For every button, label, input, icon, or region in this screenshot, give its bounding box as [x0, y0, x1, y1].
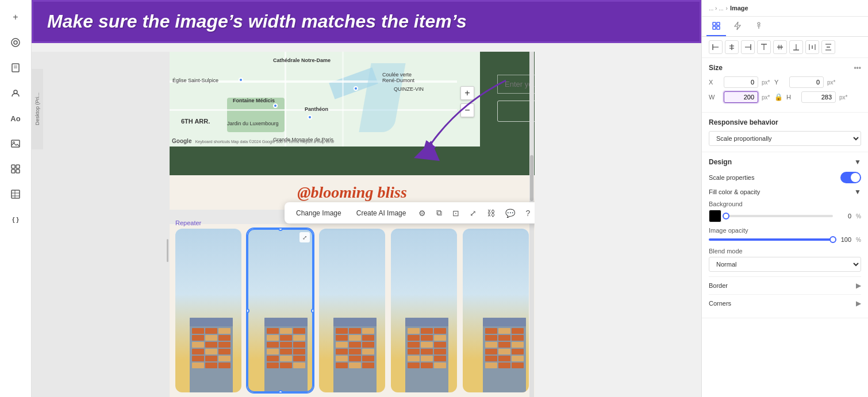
size-more-button[interactable]: •••: [854, 64, 861, 72]
svg-point-1: [14, 41, 17, 44]
image-opacity-slider[interactable]: [709, 238, 833, 241]
border-section[interactable]: Border ▶: [709, 276, 861, 294]
apps-icon[interactable]: [5, 159, 26, 179]
map-footer: Google Keyboard shortcuts Map data ©2024…: [172, 138, 335, 144]
image-opacity-thumb[interactable]: [829, 236, 836, 243]
map-label-cathedral: Cathédrale Notre-Dame: [273, 57, 331, 63]
distribute-h-button[interactable]: [805, 40, 819, 54]
canvas-scrollbar-thumb[interactable]: [530, 155, 533, 201]
item-image-2: [247, 229, 313, 392]
handle-bm[interactable]: [278, 390, 283, 392]
svg-rect-12: [11, 190, 20, 198]
y-label: Y: [774, 79, 786, 86]
font-icon[interactable]: Ao: [5, 108, 26, 129]
align-right-button[interactable]: [741, 40, 755, 54]
border-expand-icon[interactable]: ▶: [856, 282, 861, 290]
brand-name: @blooming bliss: [297, 183, 407, 202]
corners-expand-icon[interactable]: ▶: [856, 299, 861, 307]
x-unit: px*: [762, 79, 771, 86]
map-label-jardin: Jardin du Luxembourg: [227, 121, 279, 126]
image-opacity-label: Image opacity: [709, 227, 861, 234]
repeater-item-1[interactable]: [175, 229, 241, 392]
crop-icon-button[interactable]: ⊡: [450, 206, 462, 220]
design-title: Design: [709, 158, 732, 166]
svg-rect-19: [717, 22, 720, 25]
settings-icon-button[interactable]: ⚙: [416, 206, 428, 220]
tab-lightning[interactable]: [728, 17, 747, 36]
responsive-label: Responsive behavior: [709, 118, 778, 126]
map-label-fontaine: Fontaine Médicis: [233, 98, 275, 103]
resize-icon[interactable]: ⤢: [299, 232, 310, 242]
map-label-pantheon: Panthéon: [305, 106, 328, 112]
tutorial-banner: Make sure the image’s width matches the …: [32, 0, 701, 43]
corners-label: Corners: [709, 300, 731, 307]
bg-opacity-value: 0: [838, 213, 851, 219]
align-left-button[interactable]: [709, 40, 723, 54]
align-bottom-button[interactable]: [789, 40, 803, 54]
right-panel: ... › ... › Image: [701, 0, 868, 397]
map-label-coulee: Coulée verteRené-Dumont: [382, 72, 414, 83]
fullscreen-icon-button[interactable]: ⤢: [467, 206, 479, 220]
canvas-drag-handle[interactable]: [165, 103, 170, 397]
align-center-h-button[interactable]: [725, 40, 739, 54]
design-section: Design ▼ Scale properties Fill color & o…: [702, 152, 868, 318]
fill-color-expand-icon[interactable]: ▼: [854, 188, 861, 196]
responsive-section: Responsive behavior Scale proportionally…: [702, 113, 868, 152]
map-label-quinze: QUINZE-VIN: [394, 86, 424, 92]
repeater-item-4[interactable]: [391, 229, 457, 392]
size-label: Size: [709, 64, 723, 72]
x-input[interactable]: [724, 76, 758, 88]
bg-color-swatch[interactable]: [709, 210, 721, 222]
xy-row: X px* Y px*: [709, 76, 861, 88]
repeater-item-5[interactable]: [463, 229, 529, 392]
blend-mode-select[interactable]: Normal Multiply Screen Overlay: [709, 257, 861, 272]
code-icon[interactable]: { }: [5, 209, 26, 230]
create-ai-image-button[interactable]: Create AI Image: [352, 207, 411, 219]
image-opacity-row: 100 %: [709, 236, 861, 243]
table-icon[interactable]: [5, 184, 26, 205]
copy-icon-button[interactable]: ⧉: [434, 206, 444, 220]
y-input[interactable]: [789, 76, 824, 88]
item-image-3: [319, 229, 385, 392]
pages-icon[interactable]: [5, 57, 26, 78]
handle-mr[interactable]: [311, 309, 313, 313]
w-input[interactable]: [724, 91, 758, 103]
repeater-item-3[interactable]: [319, 229, 385, 392]
size-section: Size ••• X px* Y px* W px* 🔒 H px*: [702, 58, 868, 113]
image-opacity-pct: %: [856, 237, 861, 243]
align-top-button[interactable]: [757, 40, 771, 54]
help-icon-button[interactable]: ?: [523, 206, 532, 220]
align-row: [702, 37, 868, 58]
comment-icon-button[interactable]: 💬: [503, 206, 517, 220]
map-zoom-in[interactable]: +: [460, 86, 474, 100]
layers-icon[interactable]: [5, 32, 26, 53]
svg-rect-20: [713, 26, 716, 29]
repeater-label: Repeater: [175, 219, 201, 226]
scale-properties-toggle[interactable]: [840, 172, 861, 183]
change-image-button[interactable]: Change Image: [291, 207, 346, 219]
distribute-v-button[interactable]: [821, 40, 835, 54]
add-icon[interactable]: +: [5, 7, 26, 28]
responsive-select[interactable]: Scale proportionally Stretch to fill Kee…: [709, 131, 861, 146]
panel-breadcrumb: ... › ... › Image: [702, 0, 868, 17]
layout-tab-icon: [712, 22, 720, 30]
tab-accessibility[interactable]: [749, 17, 769, 36]
design-expand-icon[interactable]: ▼: [854, 158, 861, 166]
align-center-v-button[interactable]: [773, 40, 787, 54]
h-input[interactable]: [801, 91, 836, 103]
bg-opacity-thumb[interactable]: [723, 213, 729, 219]
team-icon[interactable]: [5, 83, 26, 103]
media-icon[interactable]: [5, 133, 26, 154]
repeater-item-2-selected[interactable]: Image ⤢: [247, 229, 313, 392]
bg-opacity-slider[interactable]: [726, 215, 833, 217]
handle-br[interactable]: [311, 390, 313, 392]
background-section: Background 0 %: [709, 201, 861, 222]
item-image-5: [463, 229, 529, 392]
canvas-scrollbar[interactable]: [529, 52, 534, 397]
corners-section[interactable]: Corners ▶: [709, 294, 861, 312]
link-icon-button[interactable]: ⛓: [485, 206, 497, 220]
map-zoom-out[interactable]: −: [460, 103, 474, 117]
y-unit: px*: [827, 79, 836, 86]
tab-layout[interactable]: [706, 17, 726, 36]
lock-icon[interactable]: 🔒: [774, 93, 783, 101]
